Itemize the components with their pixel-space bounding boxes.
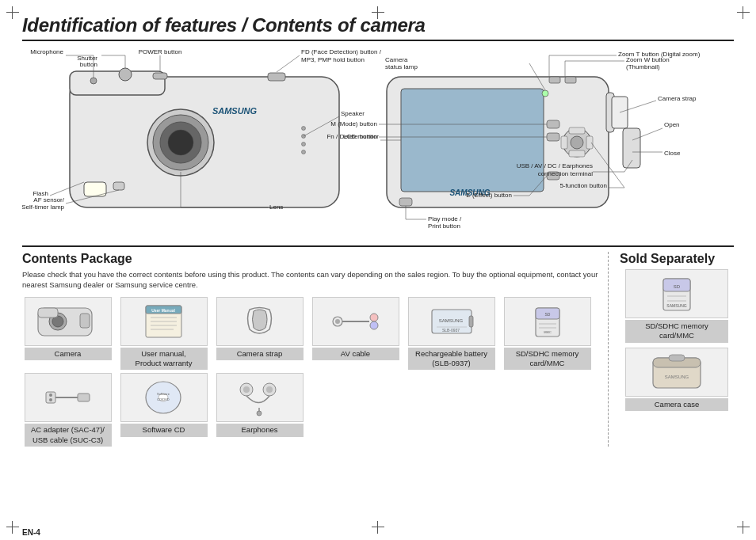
item-label-user-manual: User manual, Product warranty [120, 348, 208, 371]
sold-item-sd-card: SD SAMSUNG SD/SDHC memory card/MMC [620, 269, 734, 343]
svg-rect-23 [569, 127, 585, 134]
svg-rect-126 [78, 394, 90, 401]
item-img-av-cable [312, 297, 399, 346]
item-ac-adapter: AC adapter (SAC-47)/ USB cable (SUC-C3) [22, 373, 113, 447]
svg-rect-30 [399, 198, 412, 206]
svg-line-43 [277, 55, 300, 72]
page-number: EN-4 [22, 528, 40, 537]
item-img-camera-strap [216, 297, 304, 346]
svg-rect-27 [547, 120, 559, 128]
svg-rect-25 [561, 136, 567, 149]
svg-rect-24 [569, 150, 585, 157]
item-img-user-manual: User Manual [120, 297, 208, 346]
svg-point-136 [257, 411, 262, 416]
item-software-cd: Software CD/DVD Software CD [118, 373, 209, 447]
contents-package-desc: Please check that you have the correct c… [22, 269, 600, 291]
svg-rect-112 [469, 316, 473, 327]
svg-rect-98 [80, 314, 90, 328]
item-img-earphones [216, 373, 304, 422]
item-sd-card: SD MMC SD/SDHC memory card/MMC [502, 297, 593, 371]
svg-point-8 [90, 78, 97, 84]
svg-point-134 [266, 386, 273, 393]
svg-rect-20 [565, 77, 576, 83]
svg-rect-145 [669, 355, 685, 361]
crosshair-bottom-middle [372, 521, 384, 534]
svg-text:User Manual: User Manual [151, 308, 175, 313]
svg-rect-1 [70, 71, 165, 95]
svg-text:AF sensor/: AF sensor/ [33, 196, 64, 203]
svg-text:SAMSUNG: SAMSUNG [665, 375, 689, 379]
svg-rect-15 [153, 73, 167, 79]
svg-text:FD (Face Detection) button /: FD (Face Detection) button / [301, 49, 382, 55]
svg-point-9 [302, 127, 306, 131]
svg-point-109 [370, 314, 378, 321]
svg-text:Lens: Lens [269, 203, 283, 211]
svg-point-31 [542, 90, 548, 97]
svg-text:Microphone: Microphone [30, 49, 63, 55]
svg-point-107 [335, 319, 340, 324]
item-camera: Camera [22, 297, 113, 371]
item-img-software-cd: Software CD/DVD [120, 373, 208, 422]
svg-text:(Thumbnail): (Thumbnail) [626, 63, 660, 70]
svg-point-125 [49, 398, 52, 401]
item-label-camera: Camera [25, 348, 112, 360]
svg-text:SAMSUNG: SAMSUNG [666, 303, 686, 308]
svg-point-5 [168, 130, 193, 155]
sold-separately: Sold Separately SD SAMSUNG SD/SDHC memor… [609, 252, 734, 447]
item-label-software-cd: Software CD [120, 424, 208, 436]
page-container: Identification of features / Contents of… [0, 0, 756, 540]
sold-separately-title: Sold Separately [620, 252, 734, 266]
svg-rect-34 [623, 128, 640, 168]
sold-item-img-sd-card: SD SAMSUNG [625, 269, 728, 318]
svg-rect-14 [268, 73, 285, 81]
item-av-cable: AV cable [310, 297, 401, 371]
svg-rect-19 [549, 77, 560, 83]
svg-rect-7 [113, 182, 124, 190]
item-img-sd-card: SD MMC [504, 297, 591, 346]
svg-rect-28 [547, 133, 559, 141]
item-label-battery: Rechargeable battery (SLB-0937) [408, 348, 495, 371]
item-img-camera [25, 297, 112, 346]
svg-point-132 [243, 386, 250, 393]
svg-text:Play mode /: Play mode / [428, 215, 462, 222]
svg-text:SD: SD [545, 312, 551, 317]
item-label-camera-strap: Camera strap [216, 348, 304, 360]
item-label-sd-card: SD/SDHC memory card/MMC [504, 348, 591, 371]
svg-point-12 [302, 150, 306, 154]
svg-text:USB / AV / DC / Earphones: USB / AV / DC / Earphones [517, 162, 593, 169]
svg-text:CD/DVD: CD/DVD [157, 397, 169, 401]
sold-item-label-camera-case: Camera case [625, 398, 728, 411]
bottom-section: Contents Package Please check that you h… [22, 245, 734, 447]
svg-text:button: button [80, 61, 97, 68]
contents-package: Contents Package Please check that you h… [22, 252, 609, 447]
item-label-ac-adapter: AC adapter (SAC-47)/ USB cable (SUC-C3) [25, 424, 112, 447]
svg-text:Print button: Print button [428, 222, 460, 230]
svg-text:Open: Open [664, 121, 680, 128]
svg-point-124 [49, 394, 52, 397]
svg-rect-97 [38, 308, 58, 318]
svg-text:SLB-0937: SLB-0937 [442, 328, 460, 333]
diagram-area: SAMSUNG [22, 49, 734, 239]
svg-rect-26 [586, 136, 593, 149]
crosshair-top-middle [372, 6, 384, 19]
item-camera-strap: Camera strap [214, 297, 305, 371]
svg-rect-18 [401, 89, 544, 192]
svg-text:SAMSUNG: SAMSUNG [439, 318, 464, 323]
svg-text:Speaker: Speaker [341, 110, 365, 117]
svg-text:Fn / Delete button: Fn / Delete button [326, 133, 377, 140]
svg-point-22 [571, 136, 583, 149]
svg-text:SAMSUNG: SAMSUNG [212, 106, 258, 116]
sold-item-camera-case: SAMSUNG Camera case [620, 348, 734, 411]
svg-text:Close: Close [664, 150, 681, 157]
item-user-manual: User Manual User manual, Product warrant… [118, 297, 209, 371]
item-img-battery: SAMSUNG SLB-0937 [408, 297, 495, 346]
item-img-ac-adapter [25, 373, 112, 422]
svg-text:5-function button: 5-function button [559, 182, 607, 189]
camera-diagram: SAMSUNG [22, 49, 704, 231]
svg-text:MP3, PMP hold button: MP3, PMP hold button [301, 56, 365, 63]
item-label-av-cable: AV cable [312, 348, 399, 360]
crosshair-top-left [6, 6, 19, 19]
svg-text:status lamp: status lamp [385, 63, 418, 70]
svg-text:M (Mode) button: M (Mode) button [330, 120, 377, 127]
svg-text:Camera: Camera [385, 56, 408, 63]
